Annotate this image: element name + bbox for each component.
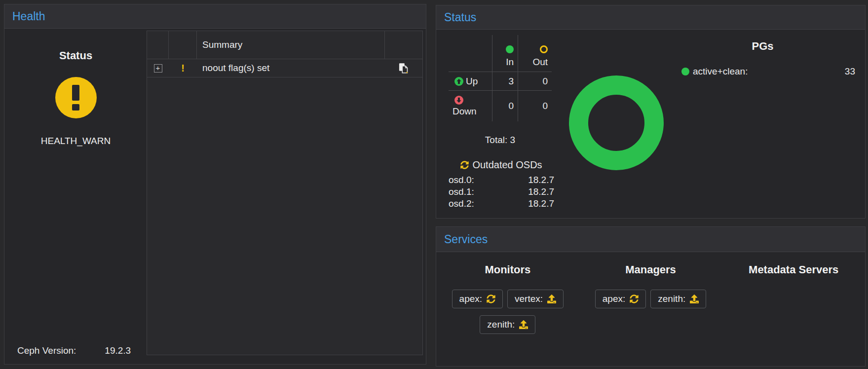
- badge-label: vertex:: [515, 294, 543, 304]
- pgs-legend-item: active+clean: 33: [670, 66, 855, 77]
- health-issues-table: Summary + ! noout flag(s) set: [147, 31, 423, 355]
- out-header-label: Out: [532, 57, 548, 68]
- summary-header-cell[interactable]: Summary: [197, 31, 385, 59]
- severity-cell: !: [169, 63, 197, 74]
- badge-label: zenith:: [487, 319, 515, 330]
- health-status-heading: Status: [4, 49, 147, 62]
- monitors-heading: Monitors: [485, 263, 530, 276]
- copy-button[interactable]: [399, 63, 409, 74]
- osd-updown-table: In Out Up 3 0 Down 0 0: [449, 35, 552, 121]
- exclamation-icon: [72, 85, 79, 101]
- metadata-servers-heading: Metadata Servers: [749, 263, 838, 276]
- manager-badge-apex[interactable]: apex:: [595, 290, 646, 308]
- managers-heading: Managers: [625, 263, 676, 276]
- osd-down-in-value: 0: [492, 90, 518, 121]
- legend-dot-icon: [681, 68, 689, 75]
- metadata-servers-column: Metadata Servers: [722, 263, 865, 366]
- services-panel-title: Services: [444, 233, 488, 246]
- osd-name: osd.1:: [449, 186, 474, 198]
- up-row-label: Up: [466, 76, 478, 87]
- badge-label: apex:: [603, 294, 625, 304]
- health-status-section: Status HEALTH_WARN Ceph Version: 19.2.3: [4, 29, 147, 364]
- osd-name: osd.0:: [449, 174, 474, 186]
- monitor-badge-zenith[interactable]: zenith:: [480, 315, 535, 334]
- pg-donut-chart: [569, 75, 664, 170]
- table-row[interactable]: + ! noout flag(s) set: [147, 59, 422, 77]
- sync-icon: [630, 295, 639, 303]
- status-panel-body: In Out Up 3 0 Down 0 0 T: [436, 30, 865, 217]
- health-panel-header: Health: [4, 4, 426, 29]
- osd-up-in-value: 3: [492, 72, 518, 90]
- osd-version: 18.2.7: [528, 186, 554, 198]
- expand-button[interactable]: +: [154, 64, 162, 73]
- outdated-osds-heading-label: Outdated OSDs: [472, 159, 542, 171]
- summary-cell: noout flag(s) set: [197, 63, 385, 74]
- osd-out-header-cell: Out: [518, 35, 552, 72]
- down-row-label: Down: [453, 106, 477, 117]
- exclamation-dot: [72, 104, 79, 111]
- list-item: osd.2: 18.2.7: [449, 198, 554, 210]
- severity-header-cell: [169, 31, 197, 59]
- ceph-dashboard: { "colors": { "accent_blue": "#4aa0e8", …: [0, 0, 868, 369]
- monitor-badge-vertex[interactable]: vertex:: [507, 290, 564, 308]
- health-status-value: HEALTH_WARN: [4, 136, 147, 147]
- managers-badges: apex: zenith:: [595, 290, 706, 308]
- expand-header-cell: [147, 31, 169, 59]
- pgs-section: PGs active+clean: 33: [670, 40, 855, 77]
- list-item: osd.1: 18.2.7: [449, 186, 554, 198]
- status-panel-title: Status: [444, 11, 476, 24]
- ceph-version-value: 19.2.3: [105, 345, 131, 356]
- services-panel: Services Monitors apex: vertex: zenith:: [436, 226, 866, 367]
- health-panel-body: Status HEALTH_WARN Ceph Version: 19.2.3 …: [4, 29, 426, 364]
- services-panel-header: Services: [436, 227, 865, 252]
- osd-down-out-value: 0: [518, 90, 552, 121]
- up-arrow-circle-icon: [454, 77, 463, 86]
- outdated-osds-heading: Outdated OSDs: [449, 159, 554, 171]
- services-panel-body: Monitors apex: vertex: zenith: Managers: [436, 252, 865, 366]
- ceph-version-row: Ceph Version: 19.2.3: [17, 345, 131, 356]
- health-panel: Health Status HEALTH_WARN Ceph Version: …: [4, 4, 426, 365]
- warning-severity-icon: !: [181, 63, 185, 74]
- plus-icon: +: [156, 64, 160, 72]
- down-arrow-circle-icon: [454, 96, 463, 105]
- copy-icon: [399, 63, 409, 74]
- pgs-heading: PGs: [670, 40, 855, 53]
- manager-badge-zenith[interactable]: zenith:: [650, 290, 706, 308]
- outdated-osds-section: Outdated OSDs osd.0: 18.2.7 osd.1: 18.2.…: [449, 159, 554, 210]
- osd-version: 18.2.7: [528, 174, 554, 186]
- sync-icon: [460, 161, 469, 169]
- osd-up-out-value: 0: [518, 72, 552, 90]
- upload-icon: [519, 320, 528, 329]
- copy-header-cell: [385, 31, 422, 59]
- list-item: osd.0: 18.2.7: [449, 174, 554, 186]
- health-panel-title: Health: [12, 10, 45, 23]
- upload-icon: [547, 295, 556, 303]
- osd-name: osd.2:: [449, 198, 474, 210]
- sync-icon: [487, 295, 495, 303]
- monitor-badge-apex[interactable]: apex:: [452, 290, 503, 308]
- status-panel: Status In Out Up 3 0: [436, 5, 866, 219]
- upload-icon: [690, 295, 699, 303]
- ceph-version-label: Ceph Version:: [17, 345, 76, 356]
- osd-total: Total: 3: [449, 135, 552, 146]
- health-table-header-row: Summary: [147, 31, 422, 59]
- in-header-label: In: [506, 57, 514, 68]
- copy-cell: [385, 63, 422, 74]
- monitors-column: Monitors apex: vertex: zenith:: [436, 263, 579, 366]
- warning-circle-icon: [55, 77, 97, 118]
- osd-table-corner-cell: [449, 35, 492, 72]
- badge-label: apex:: [459, 294, 482, 304]
- legend-label: active+clean:: [693, 66, 748, 77]
- monitors-badges: apex: vertex: zenith:: [446, 290, 569, 334]
- managers-column: Managers apex: zenith:: [579, 263, 722, 366]
- badge-label: zenith:: [658, 294, 685, 304]
- outdated-osds-list: osd.0: 18.2.7 osd.1: 18.2.7 osd.2: 18.2.…: [449, 174, 554, 210]
- legend-value: 33: [845, 66, 855, 77]
- in-dot-icon: [506, 45, 514, 53]
- osd-version: 18.2.7: [528, 198, 554, 210]
- status-panel-header: Status: [436, 5, 865, 30]
- out-ring-icon: [540, 45, 548, 53]
- expand-cell: +: [147, 64, 169, 73]
- osd-in-header-cell: In: [492, 35, 518, 72]
- osd-down-label-cell: Down: [449, 90, 492, 121]
